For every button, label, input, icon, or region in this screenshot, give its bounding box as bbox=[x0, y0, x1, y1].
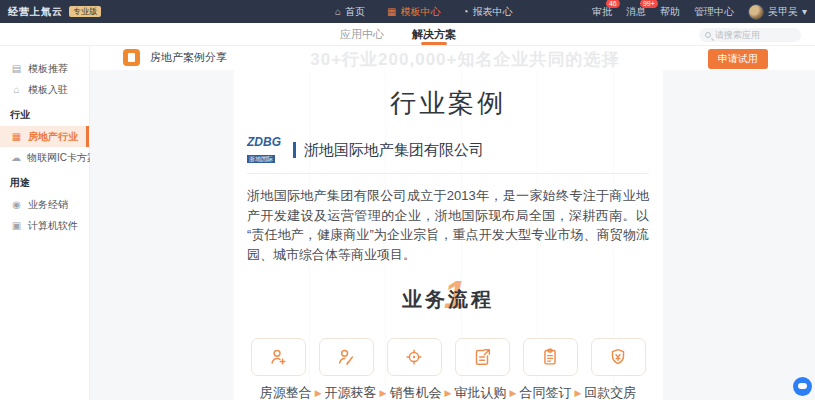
nav-template-center[interactable]: ▦ 模板中心 bbox=[387, 5, 440, 19]
brand-logo: 经营上氚云 bbox=[8, 5, 63, 19]
divider bbox=[293, 142, 296, 158]
sidebar-item-label: 物联网IC卡方案 bbox=[27, 151, 97, 165]
company-name: 浙地国际地产集团有限公司 bbox=[304, 141, 484, 160]
approvals-count-badge: 46 bbox=[606, 0, 620, 8]
company-logo-text: ZDBG bbox=[247, 136, 289, 148]
customer-support-button[interactable] bbox=[793, 377, 812, 396]
step-card-acquire[interactable] bbox=[319, 338, 374, 376]
sidebar-item-label: 计算机软件 bbox=[28, 219, 78, 233]
sidebar-item-software[interactable]: ▣ 计算机软件 bbox=[0, 215, 89, 236]
building-icon: ▦ bbox=[11, 131, 22, 142]
apply-trial-button[interactable]: 申请试用 bbox=[708, 49, 768, 69]
process-title-group: 1 业务流程 bbox=[247, 286, 649, 316]
sub-navbar: 应用中心 解决方案 请搜索应用 bbox=[0, 23, 815, 46]
arrow-right-icon: ▶ bbox=[315, 388, 322, 398]
process-steps-icons bbox=[247, 338, 649, 376]
nav-report-center[interactable]: ◔ 报表中心 bbox=[463, 5, 513, 19]
case-title: 行业案例 bbox=[247, 86, 649, 121]
page-title: 房地产案例分享 bbox=[150, 50, 227, 65]
arrow-right-icon: ▶ bbox=[574, 388, 581, 398]
tab-solutions[interactable]: 解决方案 bbox=[412, 23, 456, 46]
tab-solutions-label: 解决方案 bbox=[412, 27, 456, 42]
step-card-contract[interactable] bbox=[523, 338, 578, 376]
company-row: ZDBG 浙地国际 浙地国际地产集团有限公司 bbox=[247, 136, 649, 174]
nav-template-label: 模板中心 bbox=[401, 5, 441, 19]
user-menu[interactable]: 吴甲吴 ▾ bbox=[748, 4, 807, 20]
sidebar-item-label: 模板推荐 bbox=[28, 62, 68, 76]
sidebar-item-label: 房地产行业 bbox=[28, 130, 78, 144]
sidebar-item-distribution[interactable]: ◉ 业务经销 bbox=[0, 194, 89, 215]
house-icon: ⌂ bbox=[11, 84, 22, 95]
sidebar-item-label: 业务经销 bbox=[28, 198, 68, 212]
step-label: 房源整合 bbox=[260, 384, 312, 400]
step-label: 销售机会 bbox=[390, 384, 442, 400]
arrow-right-icon: ▶ bbox=[445, 388, 452, 398]
step-label: 开源获客 bbox=[325, 384, 377, 400]
help-label: 帮助 bbox=[660, 6, 680, 17]
messages-count-badge: 99+ bbox=[640, 0, 658, 8]
monitor-icon: ▣ bbox=[11, 220, 22, 231]
step-label: 合同签订 bbox=[519, 384, 571, 400]
avatar bbox=[748, 4, 764, 20]
company-logo-subtext: 浙地国际 bbox=[247, 155, 275, 163]
sidebar-section-usage: 用途 bbox=[0, 168, 89, 194]
step-card-opportunity[interactable] bbox=[387, 338, 442, 376]
search-input[interactable]: 请搜索应用 bbox=[699, 28, 801, 42]
person-add-icon bbox=[267, 346, 289, 368]
nav-home[interactable]: ⌂ 首页 bbox=[335, 5, 365, 19]
report-icon: ◔ bbox=[463, 6, 469, 17]
step-label: 回款交房 bbox=[584, 384, 636, 400]
sidebar-item-template-recommend[interactable]: ▤ 模板推荐 bbox=[0, 58, 89, 79]
admin-center-label: 管理中心 bbox=[694, 6, 734, 17]
topnav-right: 审批 46 消息 99+ 帮助 管理中心 吴甲吴 ▾ bbox=[592, 4, 807, 20]
topnav-center: ⌂ 首页 ▦ 模板中心 ◔ 报表中心 bbox=[335, 5, 513, 19]
sidebar-item-template-join[interactable]: ⌂ 模板入驻 bbox=[0, 79, 89, 100]
case-card: 行业案例 ZDBG 浙地国际 浙地国际地产集团有限公司 浙地国际地产集团有限公司… bbox=[233, 70, 663, 400]
process-title: 业务流程 bbox=[402, 288, 494, 310]
hero-watermark-text: 30+行业200,000+知名企业共同的选择 bbox=[310, 48, 619, 71]
sidebar: ▤ 模板推荐 ⌂ 模板入驻 行业 ▦ 房地产行业 ☁ 物联网IC卡方案 用途 ◉… bbox=[0, 46, 90, 400]
sidebar-item-iot-card[interactable]: ☁ 物联网IC卡方案 bbox=[0, 147, 89, 168]
nav-home-label: 首页 bbox=[345, 5, 365, 19]
brand[interactable]: 经营上氚云 专业版 bbox=[8, 5, 101, 19]
company-logo: ZDBG 浙地国际 bbox=[247, 136, 289, 164]
app-window: 经营上氚云 专业版 ⌂ 首页 ▦ 模板中心 ◔ 报表中心 审批 46 消息 bbox=[0, 0, 815, 400]
person-edit-icon bbox=[335, 346, 357, 368]
tab-app-center-label: 应用中心 bbox=[340, 27, 384, 42]
content-header: 30+行业200,000+知名企业共同的选择 房地产案例分享 申请试用 bbox=[90, 46, 815, 70]
target-icon bbox=[403, 346, 425, 368]
step-label: 审批认购 bbox=[454, 384, 506, 400]
chevron-down-icon: ▾ bbox=[802, 6, 807, 17]
step-card-payment[interactable] bbox=[591, 338, 646, 376]
sidebar-item-label: 模板入驻 bbox=[28, 83, 68, 97]
username: 吴甲吴 bbox=[768, 5, 798, 19]
step-card-approval[interactable] bbox=[455, 338, 510, 376]
nav-messages[interactable]: 消息 99+ bbox=[626, 5, 646, 19]
company-description: 浙地国际地产集团有限公司成立于2013年，是一家始终专注于商业地产开发建设及运营… bbox=[247, 186, 649, 264]
nav-approvals[interactable]: 审批 46 bbox=[592, 5, 612, 19]
nav-help[interactable]: 帮助 bbox=[660, 5, 680, 19]
board-icon: ▤ bbox=[11, 63, 22, 74]
arrow-right-icon: ▶ bbox=[380, 388, 387, 398]
sidebar-item-realestate[interactable]: ▦ 房地产行业 bbox=[0, 126, 89, 147]
home-icon: ⌂ bbox=[335, 6, 341, 17]
tab-app-center[interactable]: 应用中心 bbox=[340, 23, 384, 46]
process-steps-labels: 房源整合 ▶ 开源获客 ▶ 销售机会 ▶ 审批认购 ▶ 合同签订 ▶ 回款交房 bbox=[247, 384, 649, 400]
plan-badge: 专业版 bbox=[69, 6, 101, 18]
shield-money-icon bbox=[607, 346, 629, 368]
search-icon bbox=[705, 32, 711, 38]
document-share-icon bbox=[471, 346, 493, 368]
sidebar-section-industry: 行业 bbox=[0, 100, 89, 126]
arrow-right-icon: ▶ bbox=[509, 388, 516, 398]
nav-report-label: 报表中心 bbox=[473, 5, 513, 19]
top-navbar: 经营上氚云 专业版 ⌂ 首页 ▦ 模板中心 ◔ 报表中心 审批 46 消息 bbox=[0, 0, 815, 23]
tabs: 应用中心 解决方案 bbox=[340, 23, 456, 46]
search-placeholder: 请搜索应用 bbox=[715, 29, 760, 42]
page-title-group: 房地产案例分享 bbox=[123, 49, 227, 66]
document-share-icon bbox=[123, 49, 140, 66]
step-card-source[interactable] bbox=[251, 338, 306, 376]
template-icon: ▦ bbox=[387, 6, 396, 17]
clipboard-icon bbox=[539, 346, 561, 368]
target-icon: ◉ bbox=[11, 199, 22, 210]
nav-admin-center[interactable]: 管理中心 bbox=[694, 5, 734, 19]
